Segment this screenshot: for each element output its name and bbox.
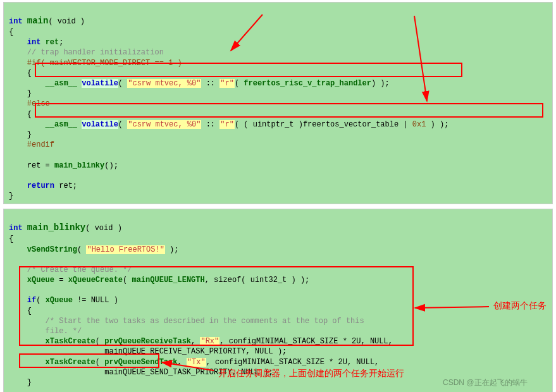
brace-open: { xyxy=(9,235,13,243)
function-xtaskcreate-1: xTaskCreate xyxy=(46,337,96,346)
brace-close: } xyxy=(9,192,13,200)
string-csrw: "csrw mtvec, %0" xyxy=(127,79,201,88)
function-xqueuecreate: xQueueCreate xyxy=(68,276,123,285)
string-csrw: "csrw mtvec, %0" xyxy=(127,120,201,129)
code-block-main: int main( void ) { int ret; // trap hand… xyxy=(3,2,553,204)
hex-literal: 0x1 xyxy=(412,120,426,129)
keyword-asm: __asm__ xyxy=(46,120,77,129)
function-xtaskcreate-2: xTaskCreate xyxy=(46,358,96,367)
param-void: ( void ) xyxy=(85,224,122,233)
function-call-main-blinky: main_blinky xyxy=(54,161,104,170)
function-main-blinky: main_blinky xyxy=(27,223,85,233)
var-ret: ret xyxy=(46,38,59,47)
comment-create-queue: /* Create the queue. */ xyxy=(27,266,132,274)
keyword-asm: __asm__ xyxy=(46,79,77,88)
keyword-int: int xyxy=(27,38,41,47)
keyword-int: int xyxy=(9,17,23,26)
keyword-return: return xyxy=(27,181,54,190)
brace-open: { xyxy=(9,28,13,37)
keyword-if: if xyxy=(27,296,36,305)
annotation-start-scheduler: 开启任务调度器，上面创建的两个任务开始运行 xyxy=(218,368,404,379)
watermark: CSDN @正在起飞的蜗牛 xyxy=(443,377,528,388)
comment-start-tasks: /* Start the two tasks as described in t… xyxy=(9,317,364,336)
preprocessor-else: #else xyxy=(27,99,50,108)
string-hello: "Hello FreeRTOS!" xyxy=(86,245,164,254)
keyword-volatile: volatile xyxy=(82,79,118,88)
string-r: "r" xyxy=(219,79,235,88)
var-xqueue: xQueue xyxy=(27,276,54,285)
function-main: main xyxy=(27,16,49,26)
preprocessor-endif: #endif xyxy=(27,140,54,149)
function-vsendstring: vSendString xyxy=(27,245,77,254)
annotation-create-tasks: 创建两个任务 xyxy=(493,300,547,312)
preprocessor-if: #if( mainVECTOR_MODE_DIRECT == 1 ) xyxy=(27,59,182,68)
identifier-trap-handler: freertos_risc_v_trap_handler xyxy=(244,79,371,88)
keyword-volatile: volatile xyxy=(82,120,118,129)
code-block-main-blinky: int main_blinky( void ) { vSendString( "… xyxy=(3,209,553,392)
param-void: ( void ) xyxy=(48,17,85,26)
comment-trap: // trap handler initialization xyxy=(27,48,164,57)
string-r: "r" xyxy=(219,120,235,129)
keyword-int: int xyxy=(9,224,23,233)
